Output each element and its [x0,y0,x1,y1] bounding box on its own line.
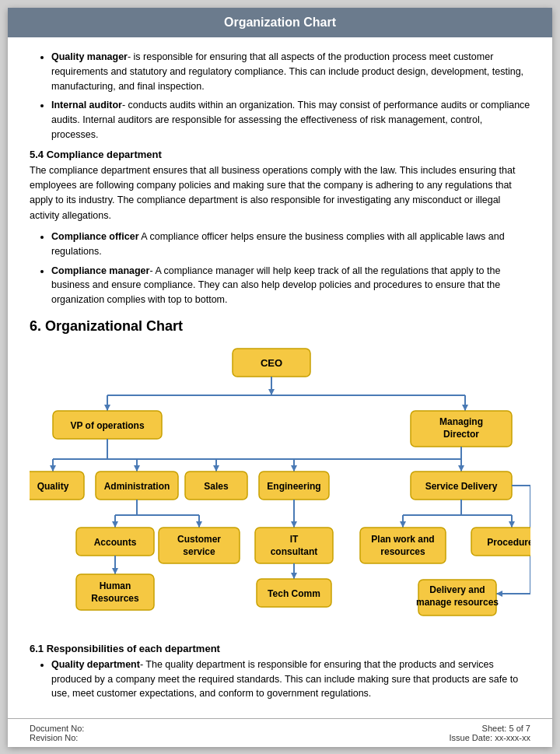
bullet-term-ia: Internal auditor [51,100,122,110]
footer: Document No: Revision No: Sheet: 5 of 7 … [8,718,552,747]
bullet-compliance-manager: Compliance manager- A compliance manager… [51,264,530,307]
planwork-label: resources [380,546,425,557]
svg-marker-62 [400,521,406,528]
svg-text:Customer: Customer [177,534,221,545]
admin-label: Administration [104,481,170,492]
bullet-quality-manager: Quality manager- is responsible for ensu… [51,50,530,93]
cm-term: Compliance manager [51,265,149,276]
svg-rect-30 [159,528,240,563]
heading-6: 6. Organizational Chart [30,318,530,335]
svg-text:Human: Human [100,580,131,591]
svg-marker-60 [291,521,297,528]
svg-marker-58 [196,521,202,528]
svg-marker-51 [462,405,468,411]
cs-label: service [183,546,215,557]
sheet-label: Sheet: 5 of 7 [449,724,530,733]
svg-marker-57 [112,521,118,528]
svg-marker-63 [509,521,515,528]
svg-marker-56 [458,465,464,472]
section-61-title: 6.1 Responsibilities of each department [30,643,530,654]
svg-text:Delivery and: Delivery and [429,584,485,595]
bullet-compliance-officer: Compliance officer A compliance officer … [51,230,530,259]
ceo-label: CEO [261,357,282,369]
engineering-label: Engineering [267,481,320,492]
svg-rect-43 [360,528,446,563]
svg-marker-59 [112,568,118,574]
bullet-text-ia: - conducts audits within an organization… [51,100,530,140]
svg-marker-52 [50,465,56,472]
header-title: Organization Chart [8,8,552,37]
sales-label: Sales [204,481,229,492]
rev-no-label: Revision No: [30,733,84,742]
svg-text:IT: IT [290,534,299,545]
svg-rect-33 [76,574,154,610]
doc-no-label: Document No: [30,724,84,733]
org-chart: CEO VP of operations Managing Director [30,341,530,637]
accounts-label: Accounts [94,537,137,548]
svg-marker-61 [291,573,297,579]
svg-text:Managing: Managing [439,416,483,427]
bullet-internal-auditor: Internal auditor- conducts audits within… [51,98,530,142]
footer-left: Document No: Revision No: [30,724,84,742]
svg-rect-36 [255,528,333,563]
svg-marker-55 [291,465,297,472]
quality-label: Quality [37,481,69,492]
delivery-label: manage resources [416,597,499,608]
issue-label: Issue Date: xx-xxx-xx [449,733,530,742]
svg-marker-64 [496,591,502,597]
svg-marker-54 [213,465,219,472]
hr-label: Resources [91,593,139,604]
page: Organization Chart Quality manager- is r… [8,8,552,747]
sd-label: Service Delivery [425,481,498,492]
procedure-label: Procedure [487,537,530,548]
bullet-term-qm: Quality manager [51,51,128,62]
it-label: consultant [271,546,318,557]
compliance-bullets: Compliance officer A compliance officer … [30,230,530,307]
vp-label: VP of operations [70,420,144,431]
techcomm-label: Tech Comm [268,588,320,599]
quality-bullets: Quality manager- is responsible for ensu… [30,50,530,142]
content: Quality manager- is responsible for ensu… [8,37,552,718]
footer-right: Sheet: 5 of 7 Issue Date: xx-xxx-xx [449,724,530,742]
svg-text:Plan work and: Plan work and [371,534,434,545]
qd-term: Quality department [51,659,140,670]
md-label: Director [443,429,479,440]
co-term: Compliance officer [51,231,139,242]
svg-marker-53 [134,465,140,472]
bullet-quality-dept: Quality department- The quality departme… [51,658,530,701]
section-54-title: 5.4 Compliance department [30,149,530,160]
section-54-para: The compliance department ensures that a… [30,163,530,224]
svg-marker-50 [104,405,110,411]
section-61-bullets: Quality department- The quality departme… [30,658,530,701]
svg-marker-49 [268,389,275,395]
